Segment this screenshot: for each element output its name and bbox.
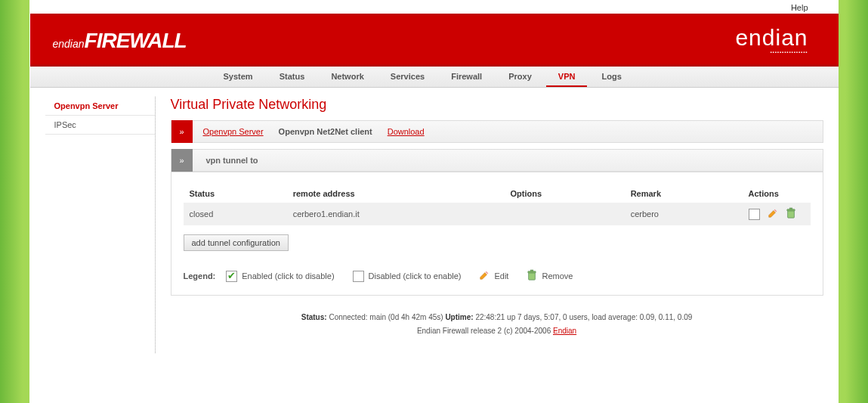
nav-logs[interactable]: Logs	[590, 67, 634, 85]
legend-remove: Remove	[542, 271, 573, 281]
footer-status-label: Status:	[301, 313, 327, 321]
nav-proxy[interactable]: Proxy	[496, 67, 544, 85]
arrow-icon: »	[171, 149, 193, 172]
cell-remark: cerbero	[625, 203, 743, 225]
tunnel-table: Status remote address Options Remark Act…	[184, 184, 811, 225]
legend-disabled: Disabled (click to enable)	[369, 271, 462, 281]
col-options: Options	[504, 184, 624, 203]
col-remote: remote address	[287, 184, 505, 203]
subtab-openvpn-server[interactable]: Openvpn Server	[203, 127, 264, 136]
footer-uptime-label: Uptime:	[445, 313, 473, 321]
nav-firewall[interactable]: Firewall	[439, 67, 494, 85]
logo-right-sub: ▪▪▪▪▪▪▪▪▪▪▪▪▪▪▪▪	[770, 50, 808, 54]
legend: Legend: Enabled (click to disable) Disab…	[184, 269, 811, 283]
add-tunnel-button[interactable]: add tunnel configuration	[184, 234, 289, 251]
checkbox-off-icon	[353, 271, 364, 282]
svg-rect-2	[789, 208, 792, 209]
cell-status: closed	[184, 203, 287, 225]
section-label: vpn tunnel to	[206, 156, 258, 165]
footer-endian-link[interactable]: Endian	[553, 327, 576, 335]
sidebar-item-ipsec[interactable]: IPSec	[45, 116, 155, 135]
legend-edit: Edit	[494, 271, 508, 281]
footer-release: Endian Firewall release 2 (c) 2004-2006	[417, 327, 553, 335]
cell-remote: cerbero1.endian.it	[287, 203, 505, 225]
footer-status-text: Connected: main (0d 4h 42m 45s)	[329, 313, 443, 321]
nav-network[interactable]: Network	[319, 67, 375, 85]
svg-rect-5	[531, 270, 534, 271]
logo-left: endianFIREWALL	[53, 29, 187, 53]
nav-services[interactable]: Services	[378, 67, 437, 85]
subtab-download[interactable]: Download	[388, 127, 425, 136]
arrow-icon: »	[171, 120, 193, 143]
nav-vpn[interactable]: VPN	[546, 67, 588, 87]
tunnel-panel: Status remote address Options Remark Act…	[171, 172, 823, 296]
svg-rect-3	[529, 273, 536, 281]
legend-enabled: Enabled (click to disable)	[242, 271, 334, 281]
footer-uptime-text: 22:48:21 up 7 days, 5:07, 0 users, load …	[475, 313, 692, 321]
checkbox-on-icon	[226, 271, 237, 282]
logo-main: FIREWALL	[85, 29, 187, 52]
header: endianFIREWALL endian ▪▪▪▪▪▪▪▪▪▪▪▪▪▪▪▪	[30, 14, 839, 67]
edit-icon	[479, 270, 490, 282]
enable-checkbox[interactable]	[749, 209, 760, 220]
svg-rect-1	[786, 209, 795, 211]
subtab-bar: » Openvpn Server Openvpn Net2Net client …	[171, 120, 823, 143]
logo-prefix: endian	[53, 38, 85, 50]
table-row: closed cerbero1.endian.it cerbero	[184, 203, 811, 225]
nav-system[interactable]: System	[212, 67, 265, 85]
edit-icon[interactable]	[768, 208, 778, 220]
sidebar-item-openvpn-server[interactable]: Openvpn Server	[45, 97, 155, 116]
help-link[interactable]: Help	[791, 3, 808, 12]
footer: Status: Connected: main (0d 4h 42m 45s) …	[171, 296, 823, 353]
delete-icon	[527, 269, 537, 283]
logo-right: endian	[735, 25, 808, 51]
cell-options	[504, 203, 624, 225]
section-bar: » vpn tunnel to	[171, 149, 823, 172]
svg-rect-0	[787, 211, 794, 219]
col-actions: Actions	[743, 184, 811, 203]
page-title: Virtual Private Networking	[171, 97, 823, 113]
legend-title: Legend:	[184, 271, 216, 281]
delete-icon[interactable]	[786, 207, 796, 221]
subtab-net2net-client: Openvpn Net2Net client	[279, 127, 372, 136]
col-status: Status	[184, 184, 287, 203]
nav-status[interactable]: Status	[267, 67, 317, 85]
main-nav: System Status Network Services Firewall …	[30, 67, 839, 88]
col-remark: Remark	[625, 184, 743, 203]
svg-rect-4	[528, 271, 536, 273]
sidebar: Openvpn Server IPSec	[45, 97, 156, 353]
